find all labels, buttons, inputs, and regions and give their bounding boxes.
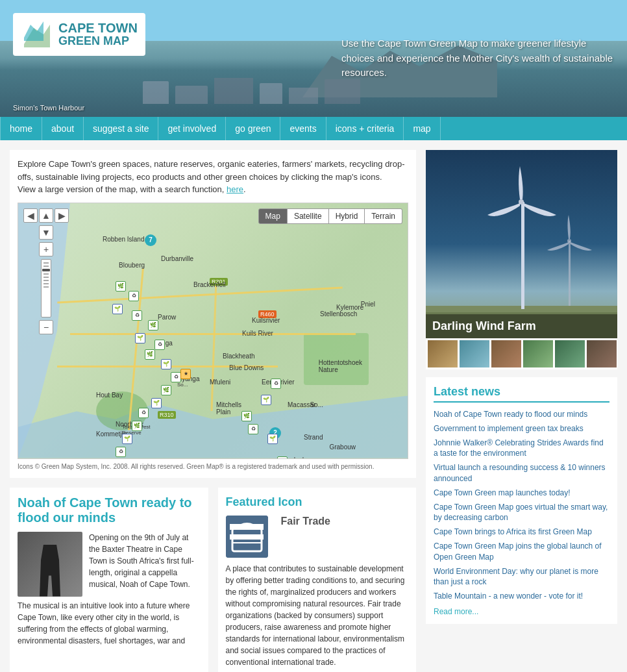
map-container[interactable]: R301 R310 R460 7 2 Robben Island Blouber… bbox=[18, 203, 408, 459]
map-marker-8[interactable]: 🌿 bbox=[145, 349, 155, 360]
wind-farm-caption: Darling Wind Farm bbox=[426, 314, 617, 338]
map-marker-20[interactable]: 🌿 bbox=[241, 411, 252, 421]
zoom-in[interactable]: + bbox=[39, 242, 53, 256]
nav-events[interactable]: events bbox=[280, 117, 326, 140]
map-badge-7: 7 bbox=[145, 234, 156, 246]
wind-farm-svg bbox=[426, 150, 617, 338]
latest-news-title: Latest news bbox=[434, 385, 609, 403]
map-marker-12[interactable]: 🌱 bbox=[151, 398, 162, 408]
news-article-body-long: The musical is an intuitive look into a … bbox=[18, 600, 201, 647]
featured-icon-description: A place that contributes to sustainable … bbox=[226, 563, 409, 668]
map-zoom-controls: ◀ ▲ ▶ ▼ + bbox=[23, 208, 69, 334]
logo-icon bbox=[21, 18, 53, 51]
nav-about[interactable]: about bbox=[42, 117, 84, 140]
thumbnail-5[interactable] bbox=[555, 340, 585, 367]
map-tab-hybrid[interactable]: Hybrid bbox=[329, 208, 365, 224]
news-item-6[interactable]: Cape Town brings to Africa its first Gre… bbox=[434, 527, 609, 538]
read-more-news-link[interactable]: Read more... bbox=[434, 607, 609, 616]
nav-go-green[interactable]: go green bbox=[226, 117, 280, 140]
map-copyright: Icons © Green Map System, Inc. 2008. All… bbox=[18, 463, 408, 470]
zoom-left[interactable]: ◀ bbox=[23, 208, 38, 223]
map-marker-18[interactable]: 🌱 bbox=[267, 434, 278, 444]
zoom-out[interactable]: − bbox=[39, 320, 53, 334]
location-label: Simon's Town Harbour bbox=[13, 104, 84, 112]
map-description-text: Explore Cape Town's green spaces, nature… bbox=[18, 159, 405, 182]
nav-icons[interactable]: icons + criteria bbox=[326, 117, 404, 140]
map-marker-15[interactable]: 🌱 bbox=[122, 434, 132, 444]
news-article-title: Noah of Cape Town ready to flood our min… bbox=[18, 495, 201, 525]
featured-icon-section: Featured Icon Fair Trade bbox=[218, 488, 417, 673]
map-marker-11[interactable]: 🌿 bbox=[161, 385, 171, 395]
map-marker-orange[interactable]: ★ bbox=[180, 369, 191, 379]
map-marker-7[interactable]: ♻ bbox=[154, 340, 165, 350]
svg-rect-10 bbox=[521, 202, 524, 309]
map-marker-22[interactable]: ♻ bbox=[271, 379, 281, 389]
map-marker-9[interactable]: 🌱 bbox=[161, 359, 171, 369]
map-tab-map[interactable]: Map bbox=[258, 208, 288, 224]
nav-get-involved[interactable]: get involved bbox=[158, 117, 226, 140]
logo-line2: GREEN MAP bbox=[58, 35, 138, 48]
news-item-1[interactable]: Government to implement green tax breaks bbox=[434, 423, 609, 434]
zoom-down[interactable]: ▼ bbox=[39, 225, 53, 240]
news-item-8[interactable]: World Environment Day: why our planet is… bbox=[434, 566, 609, 588]
map-marker-17[interactable]: 🌿 bbox=[277, 456, 288, 458]
map-section: Explore Cape Town's green spaces, nature… bbox=[10, 150, 416, 478]
nav-home[interactable]: home bbox=[0, 117, 42, 140]
nav-map[interactable]: map bbox=[404, 117, 440, 140]
news-item-2[interactable]: Johnnie Walker® Celebrating Strides Awar… bbox=[434, 438, 609, 460]
thumbnail-2[interactable] bbox=[460, 340, 489, 367]
map-marker-16[interactable]: ♻ bbox=[116, 447, 126, 457]
thumbnail-4[interactable] bbox=[523, 340, 553, 367]
news-item-3[interactable]: Virtual launch a resounding success & 10… bbox=[434, 462, 609, 484]
nav-suggest[interactable]: suggest a site bbox=[84, 117, 158, 140]
map-inner: R301 R310 R460 7 2 Robben Island Blouber… bbox=[18, 203, 408, 458]
header: CAPE TOWN GREEN MAP Simon's Town Harbour… bbox=[0, 0, 627, 117]
map-tab-satellite[interactable]: Satellite bbox=[288, 208, 329, 224]
map-marker-6[interactable]: 🌱 bbox=[135, 333, 145, 343]
news-item-7[interactable]: Cape Town Green Map joins the global lau… bbox=[434, 541, 609, 563]
news-item-9[interactable]: Table Mountain - a new wonder - vote for… bbox=[434, 591, 609, 602]
left-column: Explore Cape Town's green spaces, nature… bbox=[10, 150, 416, 672]
road-r310: R310 bbox=[158, 411, 176, 419]
featured-image-box: Darling Wind Farm bbox=[426, 150, 617, 369]
logo-text: CAPE TOWN GREEN MAP bbox=[58, 21, 138, 48]
map-view-large-text: View a large version of the map, with a … bbox=[18, 184, 224, 194]
main-content: Explore Cape Town's green spaces, nature… bbox=[0, 140, 627, 672]
featured-icon-image bbox=[226, 516, 268, 558]
map-marker-2[interactable]: ♻ bbox=[129, 291, 139, 301]
news-items-list: Noah of Cape Town ready to flood our min… bbox=[434, 409, 609, 602]
map-marker-14[interactable]: 🌿 bbox=[132, 421, 142, 431]
svg-rect-12 bbox=[569, 241, 571, 306]
map-marker-10[interactable]: ♻ bbox=[171, 372, 181, 382]
map-marker-1[interactable]: 🌿 bbox=[116, 281, 126, 292]
map-tab-terrain[interactable]: Terrain bbox=[365, 208, 402, 224]
news-item-5[interactable]: Cape Town Green Map goes virtual the sma… bbox=[434, 502, 609, 524]
zoom-slider[interactable] bbox=[41, 259, 51, 317]
zoom-up[interactable]: ▲ bbox=[39, 208, 53, 223]
main-navigation: home about suggest a site get involved g… bbox=[0, 117, 627, 140]
map-here-link[interactable]: here bbox=[227, 184, 243, 194]
news-item-0[interactable]: Noah of Cape Town ready to flood our min… bbox=[434, 409, 609, 420]
news-item-4[interactable]: Cape Town Green map launches today! bbox=[434, 488, 609, 499]
right-column: Darling Wind Farm Latest news Noah of Ca… bbox=[426, 150, 617, 672]
thumbnail-1[interactable] bbox=[428, 340, 458, 367]
map-marker-21[interactable]: 🌱 bbox=[261, 395, 271, 405]
thumbnail-6[interactable] bbox=[587, 340, 617, 367]
map-tabs: Map Satellite Hybrid Terrain bbox=[258, 208, 402, 224]
map-marker-19[interactable]: ♻ bbox=[248, 424, 258, 434]
logo[interactable]: CAPE TOWN GREEN MAP bbox=[13, 13, 145, 56]
thumbnail-3[interactable] bbox=[491, 340, 521, 367]
road-r460: R460 bbox=[258, 310, 277, 318]
news-article-image bbox=[18, 532, 82, 597]
thumbnail-row bbox=[426, 338, 617, 369]
map-description: Explore Cape Town's green spaces, nature… bbox=[18, 158, 408, 196]
zoom-right[interactable]: ▶ bbox=[55, 208, 69, 223]
map-marker-3[interactable]: 🌱 bbox=[112, 304, 123, 314]
map-marker-13[interactable]: ♻ bbox=[138, 408, 149, 418]
bottom-section: Noah of Cape Town ready to flood our min… bbox=[10, 488, 416, 673]
wind-farm-image: Darling Wind Farm bbox=[426, 150, 617, 338]
header-tagline: Use the Cape Town Green Map to make gree… bbox=[341, 36, 614, 81]
map-marker-4[interactable]: ♻ bbox=[132, 310, 142, 321]
map-marker-5[interactable]: 🌿 bbox=[148, 320, 158, 330]
fair-trade-icon-svg bbox=[226, 516, 268, 558]
